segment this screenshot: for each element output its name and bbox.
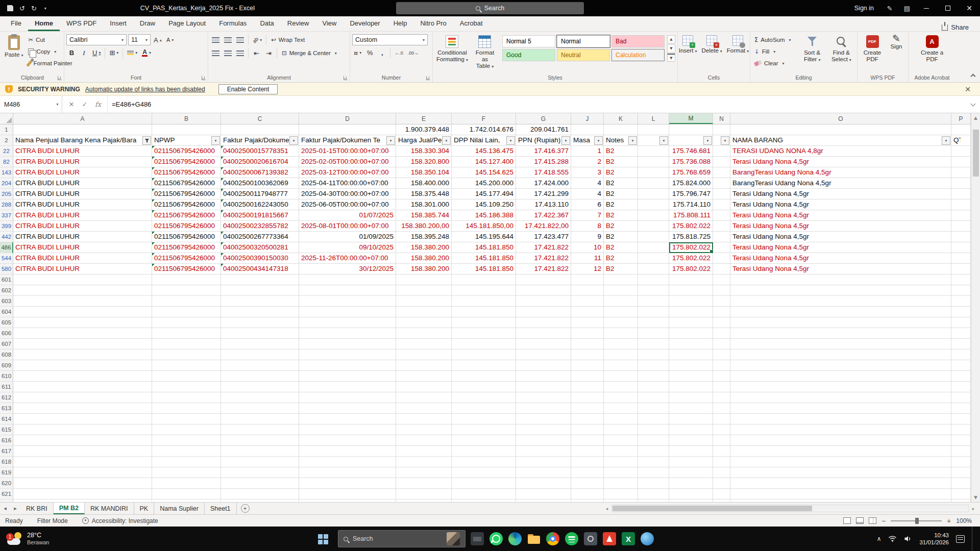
cell-A2[interactable]: Nama Penjual Barang Kena Pajak/Bara [13,135,152,146]
cell-O617[interactable] [730,446,951,457]
cell-O619[interactable] [730,467,951,478]
cell-O337[interactable]: Terasi Udang Nona 4,5gr [730,210,951,221]
cell-K602[interactable] [604,285,638,296]
filter-button-J[interactable]: ▾ [594,136,603,145]
cell-A399[interactable]: CITRA BUDI LUHUR [13,221,152,232]
cell-G616[interactable] [516,435,571,446]
start-button[interactable] [312,527,333,551]
cell-J610[interactable] [571,371,604,382]
cell-F442[interactable]: 145.195.644 [452,232,516,242]
cell-E608[interactable] [396,349,452,360]
cell-A82[interactable]: CITRA BUDI LUHUR [13,157,152,167]
row-header-601[interactable]: 601 [0,274,13,285]
cell-M605[interactable] [669,317,713,328]
cell-P620[interactable] [951,478,971,489]
cell-P613[interactable] [951,403,971,414]
cell-L1[interactable] [638,124,669,135]
filter-button-M[interactable]: ▾ [703,136,712,145]
cell-J2[interactable]: Masa▾ [571,135,604,146]
cell-D82[interactable]: 2025-02-05T00:00:00+07:00 [299,157,396,167]
cell-M604[interactable] [669,307,713,317]
cell-M603[interactable] [669,296,713,307]
cell-J617[interactable] [571,446,604,457]
cell-G82[interactable]: 17.415.288 [516,157,571,167]
scroll-left-icon[interactable]: ◂ [602,506,611,511]
cell-G603[interactable] [516,296,571,307]
cell-N544[interactable] [713,253,730,264]
italic-button[interactable]: I [79,47,89,58]
redo-icon[interactable]: ↻ [31,5,37,12]
cell-K622[interactable] [604,499,638,502]
cell-K616[interactable] [604,435,638,446]
weather-widget[interactable]: 1 28°C Berawan [4,527,52,551]
cell-O616[interactable] [730,435,951,446]
cell-J1[interactable] [571,124,604,135]
cell-B2[interactable]: NPWP▾ [152,135,221,146]
sheet-tab-nama-suplier[interactable]: Nama Suplier [154,503,205,514]
cell-P615[interactable] [951,424,971,435]
row-header-609[interactable]: 609 [0,360,13,371]
cell-D615[interactable] [299,424,396,435]
cell-D2[interactable]: Faktur Pajak/Dokumen Te▾ [299,135,396,146]
ribbon-tab-view[interactable]: View [315,16,343,31]
cell-C621[interactable] [221,489,299,499]
cell-B399[interactable]: 0211506795426000 [152,221,221,232]
cell-P605[interactable] [951,317,971,328]
cell-B620[interactable] [152,478,221,489]
cell-B22[interactable]: 0211506795426000 [152,146,221,157]
cell-C399[interactable]: 04002500232855782 [221,221,299,232]
cell-G601[interactable] [516,274,571,285]
row-header-619[interactable]: 619 [0,467,13,478]
cell-O615[interactable] [730,424,951,435]
cell-M602[interactable] [669,285,713,296]
cell-M2[interactable]: ▾ [669,135,713,146]
cell-M615[interactable] [669,424,713,435]
cell-G621[interactable] [516,489,571,499]
cell-N617[interactable] [713,446,730,457]
cell-E22[interactable]: 158.330.304 [396,146,452,157]
name-box[interactable]: M486 [0,96,53,113]
cell-P604[interactable] [951,307,971,317]
taskbar-clock[interactable]: 10:43 31/01/2026 [919,532,949,546]
sheet-tab-rk-bri[interactable]: RK BRI [20,503,54,514]
close-button[interactable]: ✕ [959,0,980,16]
cell-G608[interactable] [516,349,571,360]
ribbon-tab-acrobat[interactable]: Acrobat [453,16,489,31]
style-gallery-more-icon[interactable]: ▼ [667,54,675,62]
cell-K486[interactable]: B2 [604,242,638,253]
row-header-288[interactable]: 288 [0,199,13,210]
cell-O22[interactable]: TERASI UDANG NONA 4,8gr [730,146,951,157]
row-header-2[interactable]: 2 [0,135,13,146]
cell-F608[interactable] [452,349,516,360]
cell-J616[interactable] [571,435,604,446]
row-header-621[interactable]: 621 [0,489,13,499]
cell-F2[interactable]: DPP Nilai Lain,▾ [452,135,516,146]
cell-E604[interactable] [396,307,452,317]
cell-E616[interactable] [396,435,452,446]
cell-C486[interactable]: 04002500320500281 [221,242,299,253]
cell-G602[interactable] [516,285,571,296]
row-header-486[interactable]: 486 [0,242,13,253]
cell-B613[interactable] [152,403,221,414]
cell-N606[interactable] [713,328,730,339]
cell-P612[interactable] [951,392,971,403]
cell-J606[interactable] [571,328,604,339]
cell-J612[interactable] [571,392,604,403]
cell-J205[interactable]: 4 [571,189,604,199]
vertical-scrollbar[interactable]: ▲ ▼ [971,113,980,502]
cell-O205[interactable]: Terasi Udang Nona 4,5gr [730,189,951,199]
cell-G620[interactable] [516,478,571,489]
row-header-399[interactable]: 399 [0,221,13,232]
cell-M611[interactable] [669,382,713,392]
increase-indent-icon[interactable]: ⇥ [263,48,274,59]
cell-D337[interactable]: 01/07/2025 [299,210,396,221]
expand-formula-bar-icon[interactable] [966,96,980,113]
cell-M601[interactable] [669,274,713,285]
cell-L614[interactable] [638,414,669,424]
cell-G580[interactable]: 17.421.822 [516,264,571,274]
cell-A622[interactable] [13,499,152,502]
row-header-616[interactable]: 616 [0,435,13,446]
cell-K617[interactable] [604,446,638,457]
cell-D608[interactable] [299,349,396,360]
cell-D610[interactable] [299,371,396,382]
